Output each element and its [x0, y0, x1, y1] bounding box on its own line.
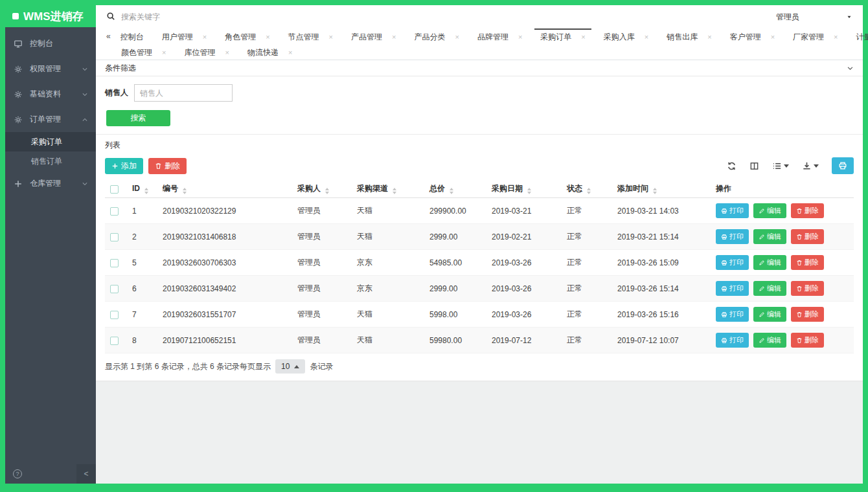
tab-close-icon[interactable]: ×	[834, 34, 838, 41]
sidebar-item-0[interactable]: 控制台	[5, 31, 96, 56]
row-checkbox[interactable]	[110, 285, 119, 293]
column-header-label: 采购人	[297, 184, 321, 193]
edit-button[interactable]: 编辑	[753, 281, 786, 296]
cell-total: 54985.00	[424, 250, 486, 276]
tab-6[interactable]: 品牌管理×	[472, 28, 528, 44]
tab-2[interactable]: 物流快递×	[242, 44, 298, 60]
page-size-select[interactable]: 10	[275, 359, 305, 374]
print-button[interactable]: 打印	[716, 229, 749, 244]
sidebar-collapse-button[interactable]: <	[76, 464, 96, 484]
print-button[interactable]: 打印	[716, 307, 749, 322]
tab-close-icon[interactable]: ×	[455, 34, 459, 41]
tab-8[interactable]: 采购入库×	[598, 28, 654, 44]
column-header-3[interactable]: 采购渠道	[352, 180, 424, 198]
tab-9[interactable]: 销售出库×	[661, 28, 717, 44]
row-checkbox[interactable]	[110, 337, 119, 345]
seller-input[interactable]	[134, 84, 233, 102]
cell-buyer: 管理员	[292, 276, 352, 302]
tab-7[interactable]: 采购订单×	[534, 28, 591, 44]
edit-button[interactable]: 编辑	[753, 307, 786, 322]
trash-icon	[796, 260, 803, 266]
delete-row-button[interactable]: 删除	[791, 281, 824, 296]
print-button[interactable]: 打印	[716, 333, 749, 348]
tab-10[interactable]: 客户管理×	[724, 28, 781, 44]
tab-close-icon[interactable]: ×	[645, 34, 648, 41]
table-row: 120190321020322129管理员天猫299900.002019-03-…	[105, 198, 854, 224]
tab-close-icon[interactable]: ×	[581, 34, 585, 41]
tab-0[interactable]: 颜色管理×	[115, 44, 172, 60]
tab-4[interactable]: 产品管理×	[345, 28, 402, 44]
tab-close-icon[interactable]: ×	[203, 34, 207, 41]
tab-close-icon[interactable]: ×	[707, 34, 711, 41]
column-header-6[interactable]: 状态	[562, 180, 612, 198]
print-toolbar-button[interactable]	[832, 157, 854, 174]
sort-down-icon	[527, 192, 531, 194]
sidebar-subitem-5[interactable]: 销售订单	[5, 151, 96, 171]
print-button[interactable]: 打印	[716, 281, 749, 296]
sidebar-subitem-4[interactable]: 采购订单	[5, 132, 96, 151]
tab-close-icon[interactable]: ×	[288, 49, 292, 56]
edit-button[interactable]: 编辑	[753, 255, 786, 270]
tab-close-icon[interactable]: ×	[162, 49, 166, 56]
tab-close-icon[interactable]: ×	[392, 34, 396, 41]
cell-status: 正常	[562, 198, 612, 224]
tab-close-icon[interactable]: ×	[771, 34, 775, 41]
refresh-icon[interactable]	[727, 161, 737, 171]
search-input[interactable]	[121, 12, 264, 21]
tab-3[interactable]: 节点管理×	[282, 28, 339, 44]
tab-12[interactable]: 计量单位×	[851, 28, 868, 44]
row-checkbox[interactable]	[110, 207, 119, 216]
column-header-0[interactable]: ID	[127, 180, 157, 198]
export-download-icon[interactable]	[802, 161, 819, 171]
filter-search-button[interactable]: 搜索	[106, 110, 170, 126]
column-header-8: 操作	[711, 180, 854, 198]
edit-button[interactable]: 编辑	[753, 229, 786, 244]
print-button[interactable]: 打印	[716, 203, 749, 218]
edit-button[interactable]: 编辑	[753, 203, 786, 218]
delete-row-button[interactable]: 删除	[791, 229, 824, 244]
columns-toggle-icon[interactable]	[749, 161, 759, 171]
tab-close-icon[interactable]: ×	[518, 34, 522, 41]
row-checkbox[interactable]	[110, 311, 119, 319]
sidebar-item-2[interactable]: 基础资料	[5, 82, 96, 107]
add-button[interactable]: 添加	[105, 158, 143, 174]
column-header-label: 操作	[716, 184, 731, 193]
user-menu[interactable]: 管理员	[776, 12, 852, 23]
tab-5[interactable]: 产品分类×	[408, 28, 464, 44]
tab-11[interactable]: 厂家管理×	[787, 28, 843, 44]
tab-1[interactable]: 库位管理×	[178, 44, 234, 60]
delete-button[interactable]: 删除	[148, 158, 187, 174]
select-all-checkbox[interactable]	[110, 185, 119, 194]
sidebar-item-label: 权限管理	[30, 63, 61, 74]
tab-close-icon[interactable]: ×	[266, 34, 269, 41]
tab-0[interactable]: 控制台	[115, 28, 150, 44]
row-checkbox[interactable]	[110, 233, 119, 241]
list-view-icon[interactable]	[772, 161, 789, 171]
help-icon[interactable]: ?	[13, 469, 22, 478]
edit-button[interactable]: 编辑	[753, 333, 786, 348]
delete-row-button[interactable]: 删除	[791, 203, 824, 218]
tab-2[interactable]: 角色管理×	[219, 28, 275, 44]
sidebar-item-3[interactable]: 订单管理	[5, 107, 96, 132]
tab-close-icon[interactable]: ×	[329, 34, 333, 41]
print-button[interactable]: 打印	[716, 255, 749, 270]
row-checkbox[interactable]	[110, 259, 119, 267]
column-header-1[interactable]: 编号	[157, 180, 292, 198]
filter-collapse-chevron-icon[interactable]	[847, 65, 854, 72]
column-header-7[interactable]: 添加时间	[612, 180, 711, 198]
cell-buyer: 管理员	[292, 328, 352, 353]
sidebar-item-6[interactable]: 仓库管理	[5, 171, 96, 196]
column-header-4[interactable]: 总价	[424, 180, 486, 198]
action-label: 打印	[729, 258, 744, 267]
cell-id: 5	[127, 250, 157, 276]
tab-label: 厂家管理	[793, 32, 824, 43]
tabs-scroll-left[interactable]: «	[102, 32, 115, 41]
tab-close-icon[interactable]: ×	[225, 49, 229, 56]
delete-row-button[interactable]: 删除	[791, 307, 824, 322]
column-header-2[interactable]: 采购人	[292, 180, 352, 198]
sidebar-item-1[interactable]: 权限管理	[5, 56, 96, 82]
delete-row-button[interactable]: 删除	[791, 333, 824, 348]
column-header-5[interactable]: 采购日期	[486, 180, 562, 198]
tab-1[interactable]: 用户管理×	[156, 28, 212, 44]
delete-row-button[interactable]: 删除	[791, 255, 824, 270]
